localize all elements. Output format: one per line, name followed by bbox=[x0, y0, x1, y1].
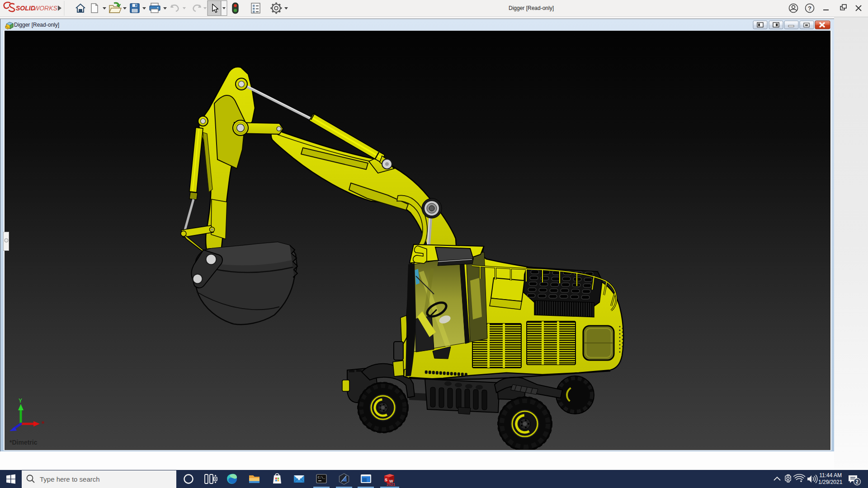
svg-text:2021: 2021 bbox=[387, 482, 395, 487]
svg-text:2: 2 bbox=[856, 479, 859, 484]
svg-text:C:\_: C:\_ bbox=[318, 476, 325, 479]
svg-text:S: S bbox=[385, 478, 387, 482]
svg-text:?: ? bbox=[808, 5, 811, 12]
svg-text:Y: Y bbox=[19, 398, 22, 404]
svg-text:WORKS: WORKS bbox=[33, 5, 58, 12]
svg-text:SOLID: SOLID bbox=[16, 5, 35, 12]
svg-text:*Dimetric: *Dimetric bbox=[9, 439, 38, 446]
